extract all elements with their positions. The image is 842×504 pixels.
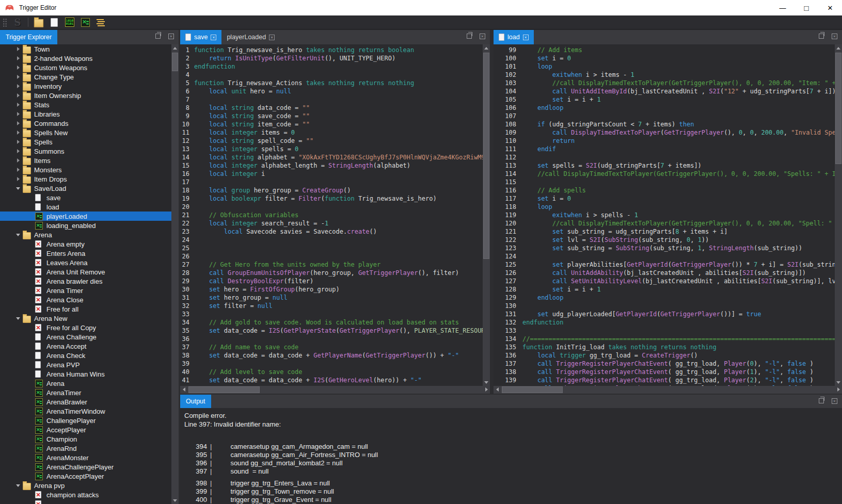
- scroll-left-icon[interactable]: [494, 386, 501, 393]
- chevron-expanded-icon[interactable]: [16, 187, 20, 190]
- scroll-down-icon[interactable]: [835, 379, 842, 386]
- tree-item-item-drops[interactable]: Item Drops: [0, 174, 171, 184]
- chevron-collapsed-icon[interactable]: [17, 93, 20, 97]
- code-editor-load[interactable]: 99 // Add items100 set i = 0101 loop102 …: [494, 44, 835, 386]
- tree-item-arena-human-wins[interactable]: Arena Human Wins: [0, 369, 171, 379]
- script-x-icon[interactable]: [80, 16, 90, 28]
- tree-item-item-ownership[interactable]: Item Ownership: [0, 91, 171, 100]
- tree-item-save[interactable]: save: [0, 193, 171, 202]
- close-panel-icon[interactable]: ✕: [832, 34, 837, 39]
- tree-item-enters-arena[interactable]: Enters Arena: [0, 249, 171, 258]
- tree-item-spells[interactable]: Spells: [0, 137, 171, 147]
- tree-item-libraries[interactable]: Libraries: [0, 109, 171, 119]
- tree-item-2-handed-weapons[interactable]: 2-handed Weapons: [0, 54, 171, 63]
- chevron-expanded-icon[interactable]: [16, 317, 20, 320]
- chevron-collapsed-icon[interactable]: [17, 131, 20, 135]
- float-panel-icon[interactable]: [819, 398, 824, 403]
- chevron-collapsed-icon[interactable]: [17, 56, 20, 60]
- chevron-collapsed-icon[interactable]: [17, 66, 20, 70]
- tree-item-arena-pvp[interactable]: Arena PVP: [0, 360, 171, 369]
- tree-item-save-load[interactable]: Save/Load: [0, 184, 171, 193]
- tree-item-arena-empty[interactable]: Arena empty: [0, 239, 171, 249]
- close-panel-icon[interactable]: ✕: [832, 398, 837, 404]
- tree-item[interactable]: [0, 499, 171, 504]
- maximize-button[interactable]: □: [795, 0, 818, 15]
- close-tab-icon[interactable]: ✕: [523, 35, 529, 40]
- tree-item-playerloaded[interactable]: playerLoaded: [0, 212, 171, 221]
- tree-scrollbar-thumb[interactable]: [172, 53, 178, 71]
- tree-item-free-for-all-copy[interactable]: Free for all Copy: [0, 323, 171, 332]
- tree-item-change-type[interactable]: Change Type: [0, 72, 171, 82]
- tree-item-arenarnd[interactable]: ArenaRnd: [0, 444, 171, 453]
- chevron-expanded-icon[interactable]: [16, 484, 20, 487]
- script-list-icon[interactable]: [96, 16, 106, 28]
- chevron-collapsed-icon[interactable]: [17, 168, 20, 172]
- chevron-collapsed-icon[interactable]: [17, 75, 20, 79]
- close-tab-icon[interactable]: ✕: [211, 35, 216, 40]
- vertical-scrollbar[interactable]: [483, 44, 490, 386]
- chevron-collapsed-icon[interactable]: [17, 149, 20, 153]
- scroll-down-icon[interactable]: [171, 497, 179, 504]
- tree-item-town[interactable]: Town: [0, 44, 171, 54]
- tree-item-inventory[interactable]: Inventory: [0, 82, 171, 91]
- tree-item-leaves-arena[interactable]: Leaves Arena: [0, 258, 171, 267]
- chevron-collapsed-icon[interactable]: [17, 158, 20, 162]
- tree-item-arena-unit-remove[interactable]: Arena Unit Remove: [0, 267, 171, 277]
- chevron-collapsed-icon[interactable]: [17, 121, 20, 125]
- chevron-expanded-icon[interactable]: [16, 234, 20, 236]
- tree-item-items[interactable]: Items: [0, 156, 171, 165]
- tree-item-loading-enabled[interactable]: loading_enabled: [0, 221, 171, 230]
- tree-item-load[interactable]: load: [0, 202, 171, 212]
- tree-item-arena-accept[interactable]: Arena Accept: [0, 342, 171, 351]
- chevron-collapsed-icon[interactable]: [17, 84, 20, 88]
- close-panel-icon[interactable]: ✕: [168, 34, 174, 39]
- tree-item-champion-attacks[interactable]: champion attacks: [0, 490, 171, 499]
- tree-item-arenatimerwindow[interactable]: ArenaTimerWindow: [0, 407, 171, 416]
- tree-item-champion[interactable]: Champion: [0, 434, 171, 444]
- explorer-header-tab[interactable]: Trigger Explorer: [0, 30, 57, 44]
- scroll-down-icon[interactable]: [483, 379, 490, 386]
- tree-item-arena-brawler-dies[interactable]: Arena brawler dies: [0, 277, 171, 286]
- minimize-button[interactable]: —: [771, 0, 795, 15]
- scroll-left-icon[interactable]: [180, 386, 187, 393]
- output-tab[interactable]: Output: [180, 395, 211, 408]
- tree-item-arenatimer[interactable]: ArenaTimer: [0, 388, 171, 397]
- tree-item-arenachallengeplayer[interactable]: ArenaChallengePlayer: [0, 462, 171, 472]
- tree-item-arenamonster[interactable]: ArenaMonster: [0, 453, 171, 462]
- scroll-right-icon[interactable]: [483, 386, 490, 393]
- new-document-icon[interactable]: [49, 16, 59, 28]
- tree-item-summons[interactable]: Summons: [0, 147, 171, 156]
- scroll-up-icon[interactable]: [171, 44, 179, 52]
- tab-load[interactable]: load✕: [494, 30, 534, 44]
- tree-item-challengeplayer[interactable]: ChallengePlayer: [0, 416, 171, 425]
- chevron-collapsed-icon[interactable]: [17, 103, 20, 107]
- tree-item-arena-close[interactable]: Arena Close: [0, 295, 171, 304]
- chevron-collapsed-icon[interactable]: [17, 140, 20, 144]
- horizontal-scrollbar[interactable]: [180, 386, 490, 394]
- float-panel-icon[interactable]: [467, 34, 472, 39]
- tree-item-arena-new[interactable]: Arena New: [0, 314, 171, 323]
- scrollbar-thumb[interactable]: [835, 53, 841, 164]
- tree-item-free-for-all[interactable]: Free for all: [0, 304, 171, 314]
- close-tab-icon[interactable]: ✕: [269, 35, 275, 40]
- vertical-scrollbar[interactable]: [835, 44, 842, 386]
- tree-item-commands[interactable]: Commands: [0, 119, 171, 128]
- tree-item-arenaacceptplayer[interactable]: ArenaAcceptPlayer: [0, 472, 171, 481]
- code-editor-save[interactable]: 1function Trig_newsave_is_hero takes not…: [180, 44, 483, 386]
- chevron-collapsed-icon[interactable]: [17, 177, 20, 181]
- float-panel-icon[interactable]: [819, 34, 824, 39]
- tree-item-acceptplayer[interactable]: AcceptPlayer: [0, 425, 171, 434]
- tab-playerloaded[interactable]: playerLoaded✕: [221, 30, 280, 44]
- float-panel-icon[interactable]: [155, 34, 161, 39]
- tree-item-arena[interactable]: Arena: [0, 230, 171, 239]
- chevron-collapsed-icon[interactable]: [17, 112, 20, 116]
- tree-item-arenabrawler[interactable]: ArenaBrawler: [0, 397, 171, 407]
- tree-item-arena-timer[interactable]: Arena Timer: [0, 286, 171, 295]
- s-logo-icon[interactable]: S: [12, 16, 23, 28]
- scroll-up-icon[interactable]: [483, 44, 490, 52]
- scrollbar-thumb[interactable]: [483, 53, 489, 259]
- scroll-right-icon[interactable]: [835, 386, 842, 393]
- tree-item-stats[interactable]: Stats: [0, 100, 171, 109]
- tree-item-arena-check[interactable]: Arena Check: [0, 351, 171, 360]
- toolbar-grip[interactable]: [3, 18, 7, 27]
